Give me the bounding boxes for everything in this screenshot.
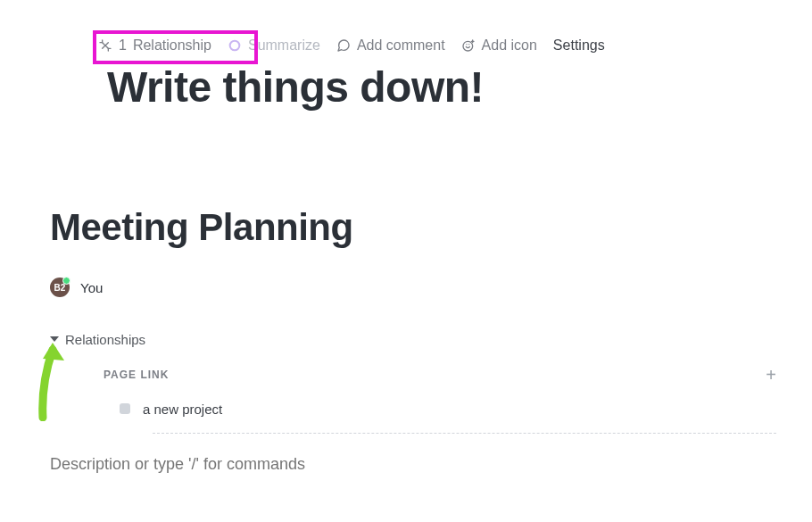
svg-point-0 [230,41,240,51]
relationship-count: 1 [119,37,127,54]
add-icon-button[interactable]: Add icon [461,37,537,54]
toolbar: 1 Relationship Summarize Add comment [0,0,812,54]
add-comment-label: Add comment [357,37,445,54]
author-row: B2 You [50,278,812,297]
settings-button[interactable]: Settings [553,37,605,54]
list-item[interactable]: a new project [120,402,812,417]
summarize-icon [228,38,242,53]
chevron-down-icon [50,336,59,342]
add-icon-icon [461,38,476,53]
relationships-section: Relationships PAGE LINK + a new project [50,329,812,434]
comment-icon [336,38,351,53]
link-item-label: a new project [143,402,222,417]
relationships-label: Relationships [65,332,145,347]
avatar[interactable]: B2 [50,278,70,297]
add-comment-button[interactable]: Add comment [336,37,445,54]
summarize-button[interactable]: Summarize [228,37,320,54]
page-title: Meeting Planning [50,206,812,249]
divider [153,433,776,434]
add-page-link-button[interactable]: + [766,365,776,385]
summarize-label: Summarize [248,37,320,54]
relationship-icon [98,38,112,53]
relationship-label: Relationship [133,37,211,54]
page-link-label: PAGE LINK [104,369,169,381]
page-link-header-row: PAGE LINK + [104,365,812,385]
page-icon [120,403,130,414]
big-title: Write things down! [107,62,812,112]
author-name: You [80,280,103,295]
relationship-button[interactable]: 1 Relationship [98,37,211,54]
relationships-toggle[interactable]: Relationships [50,332,145,347]
svg-point-1 [463,41,473,51]
settings-label: Settings [553,37,605,54]
description-input[interactable] [50,455,675,474]
add-icon-label: Add icon [482,37,537,54]
